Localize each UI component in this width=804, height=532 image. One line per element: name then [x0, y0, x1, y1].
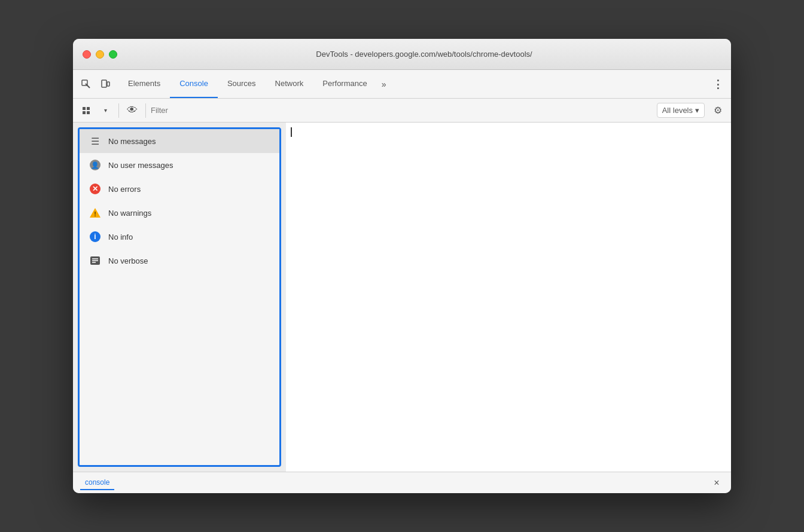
all-levels-dropdown[interactable]: All levels ▾: [657, 103, 705, 118]
svg-text:!: !: [94, 210, 96, 218]
window-title: DevTools - developers.google.com/web/too…: [127, 50, 721, 59]
close-button[interactable]: [83, 50, 91, 59]
bottom-bar: console ×: [73, 472, 731, 493]
tab-bar: Elements Console Sources Network Perform…: [73, 70, 731, 99]
console-filter-dropdown: ☰ No messages 👤 No user messages ✕ No er…: [78, 127, 281, 467]
filter-option-user-messages[interactable]: 👤 No user messages: [80, 153, 279, 177]
tab-bar-items: Elements Console Sources Network Perform…: [118, 70, 391, 98]
console-cursor-line: [291, 127, 726, 137]
inspect-element-icon[interactable]: [78, 76, 95, 93]
svg-rect-7: [87, 111, 90, 114]
svg-rect-4: [83, 107, 86, 110]
error-icon: ✕: [89, 183, 101, 195]
console-output[interactable]: [286, 123, 731, 472]
filter-input[interactable]: [151, 102, 652, 119]
filter-option-info[interactable]: i No info: [80, 225, 279, 249]
console-toolbar-left: ▾: [78, 102, 114, 119]
svg-rect-6: [83, 111, 86, 114]
titlebar: DevTools - developers.google.com/web/too…: [73, 39, 731, 70]
clear-console-icon[interactable]: [78, 102, 95, 119]
devtools-window: DevTools - developers.google.com/web/too…: [73, 39, 731, 493]
warning-icon: !: [89, 207, 101, 219]
verbose-icon: [89, 255, 101, 267]
bottom-console-tab[interactable]: console: [80, 476, 114, 490]
filter-option-verbose[interactable]: No verbose: [80, 249, 279, 273]
svg-rect-2: [102, 80, 106, 87]
close-panel-button[interactable]: ×: [709, 476, 724, 490]
cursor: [291, 127, 292, 137]
filter-option-errors[interactable]: ✕ No errors: [80, 177, 279, 201]
device-toolbar-icon[interactable]: [97, 76, 114, 93]
user-messages-icon: 👤: [89, 159, 101, 171]
settings-icon[interactable]: ⚙: [709, 102, 726, 119]
toolbar-divider-2: [145, 103, 146, 118]
toolbar-right: ⋮: [709, 76, 726, 93]
toolbar-divider: [118, 103, 119, 118]
tab-overflow-button[interactable]: »: [377, 70, 391, 98]
toolbar-icons: [78, 76, 114, 93]
traffic-lights: [83, 50, 117, 59]
tab-console[interactable]: Console: [170, 70, 218, 98]
minimize-button[interactable]: [96, 50, 104, 59]
filter-option-warnings[interactable]: ! No warnings: [80, 201, 279, 225]
console-toolbar: ▾ 👁 All levels ▾ ⚙: [73, 99, 731, 123]
info-icon: i: [89, 231, 101, 243]
svg-rect-5: [87, 107, 90, 110]
messages-icon: ☰: [89, 135, 101, 147]
eye-icon[interactable]: 👁: [124, 102, 141, 119]
tab-elements[interactable]: Elements: [118, 70, 170, 98]
tab-performance[interactable]: Performance: [313, 70, 376, 98]
tab-network[interactable]: Network: [266, 70, 313, 98]
devtools-menu-button[interactable]: ⋮: [709, 76, 726, 93]
filter-option-messages[interactable]: ☰ No messages: [80, 129, 279, 153]
console-dropdown-button[interactable]: ▾: [97, 102, 114, 119]
main-content: ☰ No messages 👤 No user messages ✕ No er…: [73, 123, 731, 472]
svg-rect-3: [107, 82, 109, 86]
tab-sources[interactable]: Sources: [218, 70, 266, 98]
maximize-button[interactable]: [109, 50, 117, 59]
dropdown-arrow-icon: ▾: [104, 107, 107, 114]
